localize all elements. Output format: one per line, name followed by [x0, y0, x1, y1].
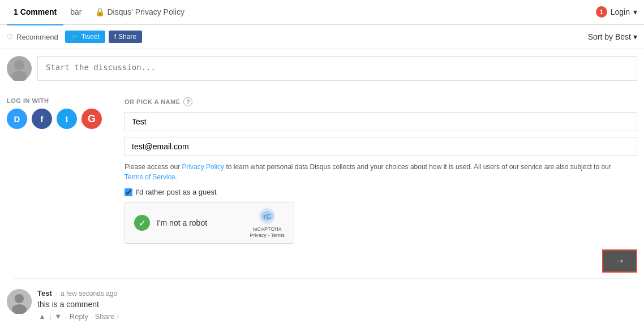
- avatar-person-svg: [7, 56, 32, 81]
- login-label: Login: [611, 7, 630, 16]
- comment-avatar: [7, 289, 32, 314]
- social-icons: D f t G: [7, 109, 102, 129]
- twitter-bird-icon: 🐦: [71, 33, 79, 41]
- not-robot-label: I'm not a robot: [157, 218, 207, 227]
- recommend-button[interactable]: ♡ Recommend: [7, 33, 58, 41]
- commenter-avatar-svg: [7, 289, 32, 314]
- help-icon[interactable]: ?: [183, 97, 192, 106]
- heart-icon: ♡: [7, 33, 14, 41]
- tweet-label: Tweet: [81, 33, 100, 41]
- vote-down-button[interactable]: ▼: [53, 312, 63, 321]
- chevron-down-icon: ▾: [633, 7, 637, 16]
- comment-author: Test: [37, 289, 52, 297]
- header-nav: 1 Comment bar 🔒 Disqus' Privacy Policy 1…: [0, 0, 644, 25]
- comment-body: Test · a few seconds ago this is a comme…: [37, 289, 637, 321]
- comment-actions: ▲ | ▼ · Reply · Share ›: [37, 312, 637, 321]
- guest-checkbox-row: I'd rather post as a guest: [124, 188, 637, 196]
- google-letter: G: [88, 113, 96, 125]
- comment-input-area: [7, 56, 637, 83]
- svg-text:rC: rC: [263, 213, 271, 221]
- recaptcha-left: ✓ I'm not a robot: [134, 215, 207, 231]
- tweet-button[interactable]: 🐦 Tweet: [65, 31, 105, 43]
- recaptcha-right: rC reCAPTCHA Privacy - Terms: [250, 207, 285, 239]
- recaptcha-logo-svg: rC: [258, 207, 276, 225]
- submit-arrow-icon: →: [615, 255, 625, 267]
- twitter-login-button[interactable]: t: [57, 109, 77, 129]
- action-separator-2: ·: [65, 312, 67, 321]
- svg-point-1: [11, 71, 27, 81]
- comment-input-box: [37, 56, 637, 83]
- sort-control[interactable]: Sort by Best ▾: [588, 32, 637, 41]
- login-button[interactable]: 1 Login ▾: [596, 6, 637, 18]
- comment-count-label: 1 Comment: [14, 7, 57, 16]
- disqus-login-button[interactable]: D: [7, 109, 27, 129]
- pick-name-section: OR PICK A NAME ? Please access our Priva…: [124, 97, 637, 244]
- sort-label: Sort by Best: [588, 32, 631, 41]
- svg-point-5: [15, 294, 24, 303]
- nav-bar[interactable]: bar: [63, 0, 88, 24]
- user-avatar: [7, 56, 32, 81]
- recaptcha-check-icon: ✓: [134, 215, 150, 231]
- lock-icon: 🔒: [95, 7, 105, 16]
- sort-chevron-icon: ▾: [633, 32, 637, 41]
- notification-badge: 1: [596, 6, 607, 18]
- twitter-letter: t: [66, 114, 68, 124]
- privacy-label: Disqus' Privacy Policy: [107, 7, 184, 16]
- table-row: Test · a few seconds ago this is a comme…: [7, 283, 637, 326]
- submit-area: →: [7, 244, 637, 278]
- google-login-button[interactable]: G: [81, 109, 102, 129]
- log-in-label: LOG IN WITH: [7, 97, 102, 104]
- privacy-text: Please access our Privacy Policy to lear…: [124, 162, 611, 182]
- facebook-share-button[interactable]: f Share: [109, 31, 142, 43]
- action-bar: ♡ Recommend 🐦 Tweet f Share Sort by Best…: [0, 25, 644, 49]
- action-separator: |: [49, 312, 51, 321]
- recaptcha-box[interactable]: ✓ I'm not a robot rC reCAPTCHA Privacy -…: [124, 202, 294, 244]
- facebook-icon: f: [114, 33, 116, 41]
- header-right: 1 Login ▾: [596, 6, 637, 18]
- disqus-letter: D: [14, 114, 20, 124]
- comment-time: a few seconds ago: [61, 290, 117, 297]
- reply-button[interactable]: Reply: [70, 312, 88, 321]
- comment-text: this is a comment: [37, 300, 637, 309]
- vote-up-button[interactable]: ▲: [37, 312, 47, 321]
- privacy-policy-link[interactable]: Privacy Policy: [182, 163, 224, 171]
- nav-comments[interactable]: 1 Comment: [7, 0, 63, 24]
- recaptcha-brand-label: reCAPTCHA Privacy - Terms: [250, 226, 285, 239]
- facebook-letter: f: [41, 114, 44, 124]
- bar-label: bar: [70, 7, 81, 16]
- fb-share-label: Share: [118, 33, 136, 41]
- comment-section: Test · a few seconds ago this is a comme…: [7, 279, 637, 331]
- comment-textarea[interactable]: [37, 56, 637, 81]
- comment-meta: Test · a few seconds ago: [37, 289, 637, 297]
- login-section: LOG IN WITH D f t G OR PICK A NAME ?: [7, 92, 637, 244]
- terms-of-service-link[interactable]: Terms of Service: [124, 173, 175, 181]
- log-in-with: LOG IN WITH D f t G: [7, 97, 102, 244]
- comment-separator: ·: [55, 290, 57, 297]
- guest-label: I'd rather post as a guest: [136, 188, 217, 196]
- action-separator-4: ›: [117, 312, 119, 321]
- share-button[interactable]: Share: [95, 312, 115, 321]
- recommend-label: Recommend: [16, 33, 58, 41]
- guest-checkbox[interactable]: [124, 188, 132, 196]
- email-input[interactable]: [124, 137, 637, 156]
- pick-name-label: OR PICK A NAME ?: [124, 97, 637, 106]
- submit-button[interactable]: →: [602, 249, 637, 273]
- svg-point-0: [14, 60, 24, 70]
- action-separator-3: ·: [91, 312, 93, 321]
- main-content: LOG IN WITH D f t G OR PICK A NAME ?: [0, 49, 644, 332]
- name-input[interactable]: [124, 112, 637, 131]
- nav-privacy[interactable]: 🔒 Disqus' Privacy Policy: [88, 0, 191, 24]
- facebook-login-button[interactable]: f: [32, 109, 52, 129]
